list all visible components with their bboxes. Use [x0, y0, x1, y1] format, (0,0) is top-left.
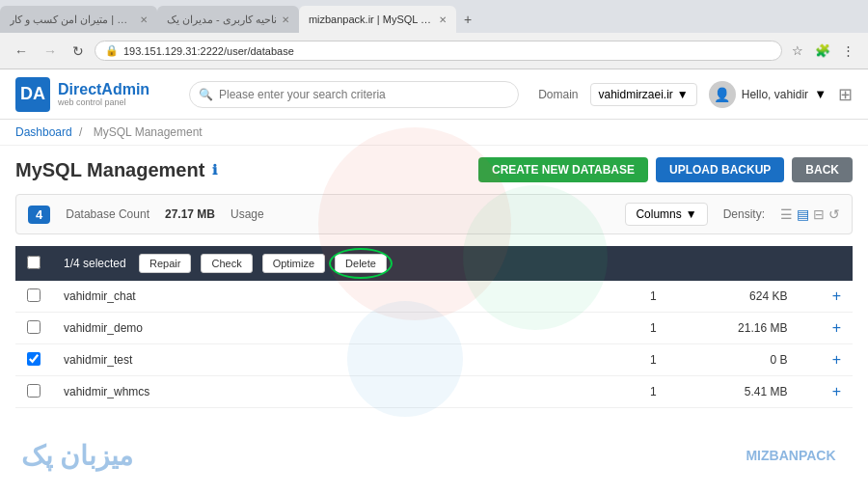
- check-button[interactable]: Check: [201, 254, 252, 273]
- browser-tab-2[interactable]: ناحیه کاربری - مدیران یک ✕: [157, 6, 299, 33]
- db-name-cell-0: vahidmir_chat: [52, 281, 629, 313]
- expand-row-icon-2[interactable]: +: [832, 351, 841, 368]
- domain-select[interactable]: vahidmirzaei.ir ▼: [590, 83, 697, 106]
- back-button[interactable]: BACK: [792, 157, 853, 182]
- density-label: Density:: [723, 207, 765, 221]
- db-count-cell-0: 1: [629, 281, 678, 313]
- domain-chevron-icon: ▼: [677, 88, 689, 101]
- selected-count-label: 1/4 selected: [64, 257, 126, 270]
- optimize-button[interactable]: Optimize: [262, 254, 325, 273]
- create-db-button[interactable]: CREATE NEW DATABASE: [478, 157, 648, 182]
- domain-label: Domain: [538, 88, 578, 101]
- user-info: 👤 Hello, vahidir ▼: [709, 81, 827, 108]
- usage-value: 27.17 MB: [165, 207, 215, 221]
- breadcrumb-current: MySQL Management: [94, 125, 203, 139]
- app-header: DA DirectAdmin web control panel 🔍 Domai…: [0, 69, 868, 120]
- density-grid-icon[interactable]: ▤: [797, 206, 809, 222]
- back-nav-button[interactable]: ←: [10, 41, 33, 62]
- forward-nav-button[interactable]: →: [39, 41, 62, 62]
- logo-name: DirectAdmin: [58, 81, 149, 98]
- density-list-icon[interactable]: ☰: [780, 206, 793, 222]
- domain-value: vahidmirzaei.ir: [599, 88, 673, 101]
- search-icon: 🔍: [199, 88, 213, 101]
- hello-text: Hello, vahidir: [742, 88, 808, 101]
- help-icon[interactable]: ℹ: [212, 162, 217, 178]
- watermark-right: MIZBANPACK: [714, 417, 868, 494]
- search-container: 🔍: [189, 81, 519, 108]
- page-title: MySQL Management ℹ: [15, 159, 217, 181]
- watermark-right-text: MIZBANPACK: [746, 448, 835, 463]
- tab-close-3[interactable]: ✕: [439, 14, 447, 25]
- row-checkbox-0[interactable]: [27, 288, 41, 302]
- extensions-button[interactable]: 🧩: [811, 41, 834, 60]
- upload-backup-button[interactable]: UPLOAD BACKUP: [656, 157, 784, 182]
- repair-button[interactable]: Repair: [139, 254, 191, 273]
- table-header-row: 1/4 selected Repair Check Optimize Delet…: [15, 246, 853, 281]
- breadcrumb-dashboard[interactable]: Dashboard: [15, 125, 72, 139]
- density-compact-icon[interactable]: ⊟: [813, 206, 825, 222]
- bookmark-button[interactable]: ☆: [788, 41, 807, 60]
- logo-icon: DA: [15, 77, 50, 112]
- lock-icon: 🔒: [105, 44, 119, 57]
- browser-tab-3[interactable]: mizbanpack.ir | MySQL Manager... ✕: [299, 6, 456, 33]
- db-size-cell-1: 21.16 MB: [678, 313, 800, 344]
- db-count-cell-3: 1: [629, 376, 678, 408]
- row-checkbox-2[interactable]: [27, 352, 41, 366]
- columns-chevron-icon: ▼: [686, 207, 697, 221]
- row-checkbox-3[interactable]: [27, 384, 41, 398]
- table-row: vahidmir_whmcs 1 5.41 MB +: [15, 376, 853, 408]
- db-action-cell-3: +: [799, 376, 853, 408]
- db-name-cell-3: vahidmir_whmcs: [52, 376, 629, 408]
- db-count-label: Database Count: [66, 207, 149, 221]
- density-refresh-icon[interactable]: ↺: [828, 206, 840, 222]
- main-content: MySQL Management ℹ CREATE NEW DATABASE U…: [0, 146, 868, 420]
- db-name-cell-2: vahidmir_test: [52, 344, 629, 376]
- delete-button[interactable]: Delete: [335, 254, 387, 273]
- reload-button[interactable]: ↻: [68, 41, 89, 62]
- tab-label-1: مدیران | متیران امن کسب و کار: [10, 14, 135, 26]
- db-name-cell-1: vahidmir_demo: [52, 313, 629, 344]
- user-chevron-icon: ▼: [814, 87, 827, 101]
- stats-row: 4 Database Count 27.17 MB Usage Columns …: [15, 194, 853, 234]
- delete-highlight: Delete: [335, 254, 387, 273]
- expand-row-icon-3[interactable]: +: [832, 383, 841, 399]
- logo-sub: web control panel: [58, 97, 149, 107]
- menu-button[interactable]: ⋮: [838, 41, 858, 60]
- db-size-cell-0: 624 KB: [678, 281, 800, 313]
- table-row: vahidmir_test 1 0 B +: [15, 344, 853, 376]
- db-action-cell-2: +: [799, 344, 853, 376]
- logo-text: DirectAdmin web control panel: [58, 81, 149, 108]
- tab-label-3: mizbanpack.ir | MySQL Manager...: [309, 14, 434, 25]
- avatar: 👤: [709, 81, 736, 108]
- address-bar[interactable]: 🔒 193.151.129.31:2222/user/database: [95, 41, 782, 61]
- db-action-cell-0: +: [799, 281, 853, 313]
- grid-icon[interactable]: ⊞: [838, 84, 853, 105]
- breadcrumb: Dashboard / MySQL Management: [0, 120, 868, 146]
- expand-row-icon-0[interactable]: +: [832, 288, 841, 304]
- page-title-text: MySQL Management: [15, 159, 204, 181]
- browser-tab-1[interactable]: مدیران | متیران امن کسب و کار ✕: [0, 6, 157, 33]
- density-options: ☰ ▤ ⊟ ↺: [780, 206, 840, 222]
- logo: DA DirectAdmin web control panel: [15, 77, 170, 112]
- new-tab-button[interactable]: +: [456, 6, 479, 33]
- action-buttons: CREATE NEW DATABASE UPLOAD BACKUP BACK: [478, 157, 853, 182]
- address-text: 193.151.129.31:2222/user/database: [123, 45, 772, 57]
- watermark-left-text: میزبان پک: [21, 440, 134, 472]
- page-content: DA DirectAdmin web control panel 🔍 Domai…: [0, 69, 868, 494]
- table-row: vahidmir_demo 1 21.16 MB +: [15, 313, 853, 344]
- tab-close-1[interactable]: ✕: [140, 14, 148, 25]
- database-table: 1/4 selected Repair Check Optimize Delet…: [15, 246, 853, 408]
- header-right: Domain vahidmirzaei.ir ▼ 👤 Hello, vahidi…: [538, 81, 853, 108]
- table-row: vahidmir_chat 1 624 KB +: [15, 281, 853, 313]
- search-input[interactable]: [189, 81, 519, 108]
- db-action-cell-1: +: [799, 313, 853, 344]
- db-size-cell-2: 0 B: [678, 344, 800, 376]
- columns-button[interactable]: Columns ▼: [625, 203, 707, 226]
- tab-label-2: ناحیه کاربری - مدیران یک: [167, 14, 277, 26]
- select-all-checkbox[interactable]: [27, 256, 41, 269]
- expand-row-icon-1[interactable]: +: [832, 319, 841, 336]
- title-row: MySQL Management ℹ CREATE NEW DATABASE U…: [15, 157, 853, 182]
- row-checkbox-1[interactable]: [27, 320, 41, 334]
- tab-close-2[interactable]: ✕: [282, 14, 289, 25]
- breadcrumb-separator: /: [79, 125, 82, 139]
